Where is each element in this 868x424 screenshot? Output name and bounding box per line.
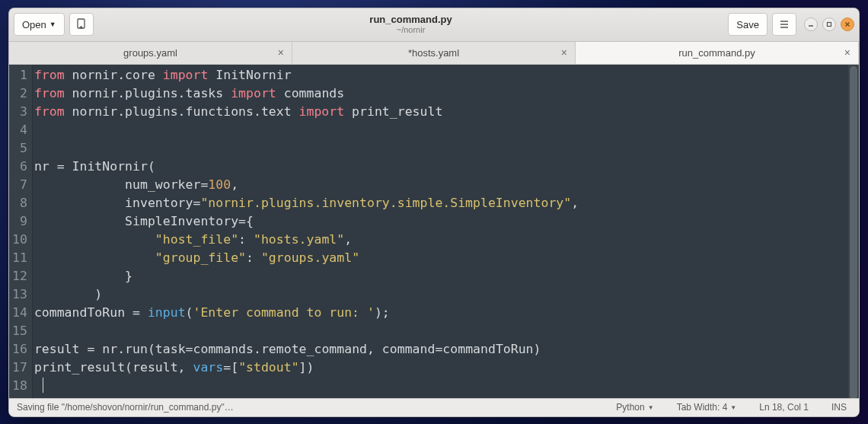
- tab-close-icon[interactable]: ×: [561, 46, 567, 59]
- new-document-button[interactable]: [69, 13, 94, 36]
- code-line[interactable]: from nornir.plugins.tasks import command…: [34, 84, 579, 103]
- hamburger-menu-button[interactable]: [772, 13, 796, 36]
- line-number: 5: [12, 139, 27, 158]
- minimize-icon: [808, 21, 814, 27]
- tab-run-command-py[interactable]: run_command.py ×: [576, 42, 859, 64]
- code-editor[interactable]: 123456789101112131415161718 from nornir.…: [9, 65, 859, 398]
- line-number: 7: [12, 176, 27, 194]
- titlebar: Open ▼ run_command.py ~/nornir Save: [9, 8, 859, 42]
- line-number: 3: [12, 103, 27, 121]
- code-line[interactable]: from nornir.core import InitNornir: [34, 66, 579, 84]
- line-number: 11: [12, 249, 27, 267]
- line-number: 12: [12, 267, 27, 285]
- close-icon: [844, 21, 850, 27]
- line-number: 10: [12, 231, 27, 249]
- vertical-scrollbar[interactable]: [848, 65, 859, 398]
- chevron-down-icon: ▼: [49, 21, 56, 28]
- line-number: 16: [12, 340, 27, 359]
- window-title: run_command.py: [369, 14, 452, 25]
- line-number: 4: [12, 121, 27, 139]
- code-line[interactable]: [34, 377, 579, 395]
- code-line[interactable]: result = nr.run(task=commands.remote_com…: [34, 340, 579, 359]
- line-number: 2: [12, 84, 27, 103]
- insert-mode[interactable]: INS: [827, 402, 851, 413]
- tab-hosts-yaml[interactable]: *hosts.yaml ×: [292, 42, 576, 64]
- svg-rect-7: [828, 23, 831, 27]
- tab-close-icon[interactable]: ×: [278, 46, 284, 59]
- window-subtitle: ~/nornir: [397, 25, 426, 34]
- close-button[interactable]: [841, 18, 854, 31]
- code-line[interactable]: }: [34, 267, 579, 285]
- text-cursor: [43, 378, 43, 393]
- open-button-label: Open: [22, 19, 46, 30]
- insert-mode-label: INS: [831, 402, 847, 413]
- line-number: 8: [12, 194, 27, 212]
- code-line[interactable]: print_result(result, vars=["stdout"]): [34, 359, 579, 377]
- new-document-icon: [75, 18, 88, 30]
- document-tabs: groups.yaml × *hosts.yaml × run_command.…: [9, 42, 859, 65]
- tab-label: *hosts.yaml: [408, 47, 459, 59]
- status-message: Saving file "/home/shovon/nornir/run_com…: [17, 402, 234, 413]
- save-button-label: Save: [736, 19, 759, 30]
- tab-label: groups.yaml: [123, 47, 177, 59]
- line-number: 14: [12, 304, 27, 322]
- line-number: 17: [12, 359, 27, 377]
- statusbar: Saving file "/home/shovon/nornir/run_com…: [9, 398, 859, 416]
- code-line[interactable]: [34, 121, 579, 139]
- line-number: 18: [12, 377, 27, 395]
- code-line[interactable]: nr = InitNornir(: [34, 158, 579, 176]
- tab-close-icon[interactable]: ×: [844, 46, 850, 59]
- code-line[interactable]: from nornir.plugins.functions.text impor…: [34, 103, 579, 121]
- code-line[interactable]: SimpleInventory={: [34, 212, 579, 231]
- maximize-button[interactable]: [822, 18, 836, 31]
- code-line[interactable]: commandToRun = input('Enter command to r…: [34, 304, 579, 322]
- language-selector[interactable]: Python ▼: [611, 402, 658, 413]
- line-number: 9: [12, 212, 27, 231]
- code-line[interactable]: num_worker=100,: [34, 176, 579, 194]
- code-line[interactable]: [34, 139, 579, 158]
- editor-window: Open ▼ run_command.py ~/nornir Save: [8, 8, 860, 417]
- code-area[interactable]: from nornir.core import InitNornirfrom n…: [33, 65, 579, 398]
- line-number: 13: [12, 285, 27, 304]
- chevron-down-icon: ▼: [648, 404, 654, 411]
- line-number: 15: [12, 322, 27, 340]
- open-button[interactable]: Open ▼: [14, 13, 65, 36]
- code-line[interactable]: ): [34, 285, 579, 304]
- tab-groups-yaml[interactable]: groups.yaml ×: [9, 42, 292, 64]
- line-number: 6: [12, 158, 27, 176]
- language-label: Python: [616, 402, 644, 413]
- chevron-down-icon: ▼: [730, 404, 736, 411]
- code-line[interactable]: [34, 322, 579, 340]
- tab-label: run_command.py: [678, 47, 755, 59]
- save-button[interactable]: Save: [728, 13, 767, 36]
- window-controls: [804, 18, 854, 31]
- code-line[interactable]: "host_file": "hosts.yaml",: [34, 231, 579, 249]
- hamburger-icon: [778, 18, 790, 30]
- tab-width-label: Tab Width: 4: [677, 402, 728, 413]
- window-title-area: run_command.py ~/nornir: [98, 14, 724, 34]
- tab-width-selector[interactable]: Tab Width: 4 ▼: [672, 402, 742, 413]
- maximize-icon: [826, 21, 832, 27]
- scrollbar-thumb[interactable]: [850, 66, 857, 398]
- line-number-gutter: 123456789101112131415161718: [9, 65, 33, 398]
- minimize-button[interactable]: [804, 18, 818, 31]
- line-number: 1: [12, 66, 27, 84]
- cursor-position-label: Ln 18, Col 1: [759, 402, 809, 413]
- code-line[interactable]: inventory="nornir.plugins.inventory.simp…: [34, 194, 579, 212]
- cursor-position[interactable]: Ln 18, Col 1: [755, 402, 813, 413]
- code-line[interactable]: "group_file": "groups.yaml": [34, 249, 579, 267]
